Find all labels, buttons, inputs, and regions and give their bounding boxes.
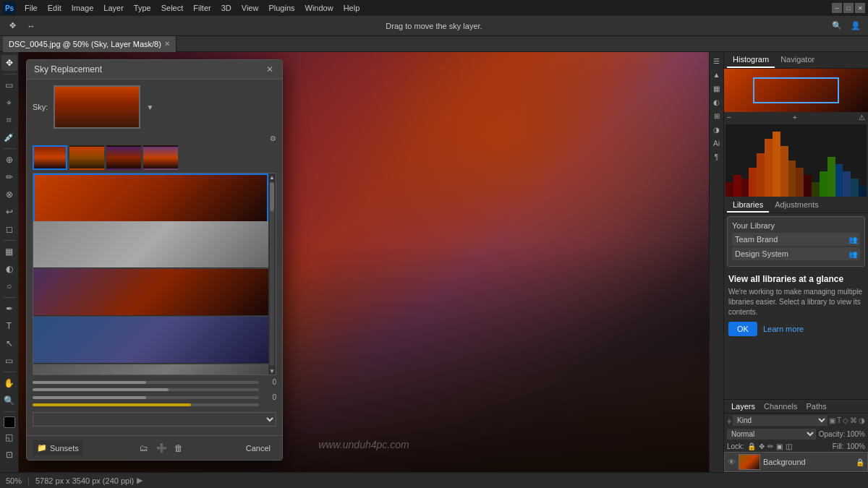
layer-kind-select[interactable]: Kind	[733, 415, 827, 426]
sky-dropdown-arrow-icon[interactable]: ▼	[146, 103, 153, 111]
scrollbar-track[interactable]	[270, 182, 274, 366]
dialog-close-button[interactable]: ✕	[265, 64, 275, 74]
layer-blend-mode-select[interactable]: Normal	[727, 429, 816, 440]
tab-histogram[interactable]: Histogram	[727, 52, 775, 68]
layer-filter-smart-icon[interactable]: ⌘	[850, 416, 857, 424]
maximize-button[interactable]: □	[843, 3, 854, 13]
menu-filter[interactable]: Filter	[189, 2, 215, 14]
foreground-color[interactable]	[4, 416, 15, 428]
sky-gear-icon[interactable]: ⚙	[270, 134, 276, 142]
move-tool-options[interactable]: ✥	[4, 18, 20, 34]
sky-thumbnail-3[interactable]	[106, 145, 141, 170]
menu-3d[interactable]: 3D	[217, 2, 236, 14]
nav-zoom-out-icon[interactable]: −	[727, 114, 731, 121]
profile-btn[interactable]: 👤	[848, 18, 864, 34]
footer-add-icon-btn[interactable]: ➕	[154, 441, 169, 455]
tab-channels[interactable]: Channels	[760, 400, 801, 413]
menu-select[interactable]: Select	[157, 2, 188, 14]
paragraph-icon[interactable]: ¶	[711, 151, 723, 163]
lock-pixel-icon[interactable]: ▣	[776, 442, 783, 450]
slider-track-3[interactable]	[33, 396, 259, 399]
nav-warning-icon[interactable]: ⚠	[859, 114, 865, 121]
dodge-tool[interactable]: ○	[1, 278, 17, 294]
menu-view[interactable]: View	[237, 2, 263, 14]
sky-list-item-3[interactable]	[33, 269, 268, 317]
menu-help[interactable]: Help	[339, 2, 365, 14]
lib-ok-button[interactable]: OK	[728, 322, 757, 336]
gradient-tool[interactable]: ▦	[1, 244, 17, 260]
menu-plugins[interactable]: Plugins	[264, 2, 299, 14]
sky-thumbnail-1[interactable]	[33, 145, 67, 170]
cancel-button[interactable]: Cancel	[240, 441, 276, 455]
sky-list-container[interactable]: ▲ ▼	[33, 173, 276, 375]
layer-row-background[interactable]: 👁 Background 🔒	[724, 452, 868, 472]
minimize-button[interactable]: ─	[832, 3, 842, 13]
lock-art-icon[interactable]: ✏	[767, 442, 773, 450]
crop-tool[interactable]: ⌗	[1, 112, 17, 128]
layer-filter-pixel-icon[interactable]: ▣	[829, 416, 835, 424]
output-dropdown[interactable]	[33, 412, 276, 427]
swatches-icon[interactable]: ▦	[711, 82, 723, 94]
search-btn[interactable]: 🔍	[829, 18, 845, 34]
tab-adjustments[interactable]: Adjustments	[769, 198, 825, 213]
adjustments-icon[interactable]: ◑	[711, 124, 723, 135]
layer-filter-shape-icon[interactable]: ◇	[843, 416, 848, 424]
lock-all-icon[interactable]: ◫	[786, 442, 792, 450]
lasso-tool[interactable]: ⌖	[1, 95, 17, 111]
footer-delete-icon-btn[interactable]: 🗑	[171, 441, 186, 455]
tab-paths[interactable]: Paths	[802, 400, 831, 413]
zoom-tool[interactable]: 🔍	[1, 393, 17, 408]
nav-zoom-in-icon[interactable]: +	[793, 114, 797, 121]
eyedropper-tool[interactable]: 💉	[1, 129, 17, 145]
active-tab[interactable]: DSC_0045.jpg @ 50% (Sky, Layer Mask/8) ✕	[3, 36, 176, 52]
properties-icon[interactable]: ☰	[711, 55, 723, 67]
selection-tool[interactable]: ▭	[1, 77, 17, 93]
menu-layer[interactable]: Layer	[99, 2, 128, 14]
tab-libraries[interactable]: Libraries	[727, 198, 769, 213]
menu-window[interactable]: Window	[301, 2, 338, 14]
sky-list-scrollbar[interactable]: ▲ ▼	[268, 174, 276, 374]
sky-thumbnail-2[interactable]	[69, 145, 104, 170]
lock-move-icon[interactable]: ✥	[759, 442, 765, 450]
canvas-area[interactable]: Sky Replacement ✕ Sky: ▼	[19, 52, 709, 472]
patterns-icon[interactable]: ⊞	[711, 110, 723, 121]
color-icon[interactable]: ▲	[711, 69, 723, 80]
shape-tool[interactable]: ▭	[1, 353, 17, 369]
lock-icon[interactable]: 🔒	[747, 442, 756, 450]
layer-visibility-icon[interactable]: 👁	[728, 458, 736, 466]
gradients-icon[interactable]: ◐	[711, 96, 723, 108]
scrollbar-down-arrow[interactable]: ▼	[268, 367, 276, 374]
footer-folder-icon-btn[interactable]: 🗂	[137, 441, 151, 455]
sky-list-item-5[interactable]	[33, 364, 268, 375]
tab-close-icon[interactable]: ✕	[164, 40, 170, 48]
heal-tool[interactable]: ⊕	[1, 152, 17, 168]
clone-tool[interactable]: ⊗	[1, 187, 17, 202]
auto-select[interactable]: ↔	[23, 18, 39, 34]
brush-tool[interactable]: ✏	[1, 169, 17, 185]
slider-track-4[interactable]	[33, 403, 259, 406]
info-arrow-icon[interactable]: ▶	[137, 476, 142, 485]
scrollbar-thumb[interactable]	[270, 182, 274, 211]
lib-learn-more-link[interactable]: Learn more	[763, 325, 804, 333]
blur-tool[interactable]: ◐	[1, 261, 17, 277]
menu-type[interactable]: Type	[129, 2, 156, 14]
slider-track-1[interactable]	[33, 381, 259, 384]
scrollbar-up-arrow[interactable]: ▲	[268, 174, 276, 181]
menu-image[interactable]: Image	[67, 2, 98, 14]
layer-filter-text-icon[interactable]: T	[837, 416, 841, 424]
layer-filter-adj-icon[interactable]: ◑	[859, 416, 865, 424]
sky-preview-thumbnail[interactable]	[54, 85, 140, 129]
close-button[interactable]: ✕	[855, 3, 865, 13]
tab-layers[interactable]: Layers	[727, 400, 760, 413]
hand-tool[interactable]: ✋	[1, 375, 17, 391]
lib-item-design-system[interactable]: Design System 👥	[732, 247, 860, 260]
sky-list-item-2[interactable]	[33, 221, 268, 269]
sky-list-item-4[interactable]	[33, 317, 268, 364]
tab-navigator[interactable]: Navigator	[775, 52, 820, 68]
pen-tool[interactable]: ✒	[1, 301, 17, 317]
path-select[interactable]: ↖	[1, 335, 17, 351]
move-tool[interactable]: ✥	[1, 55, 17, 71]
screen-mode[interactable]: ⊡	[1, 447, 17, 463]
sky-list-item-1[interactable]	[33, 174, 268, 221]
eraser-tool[interactable]: ◻	[1, 221, 17, 237]
